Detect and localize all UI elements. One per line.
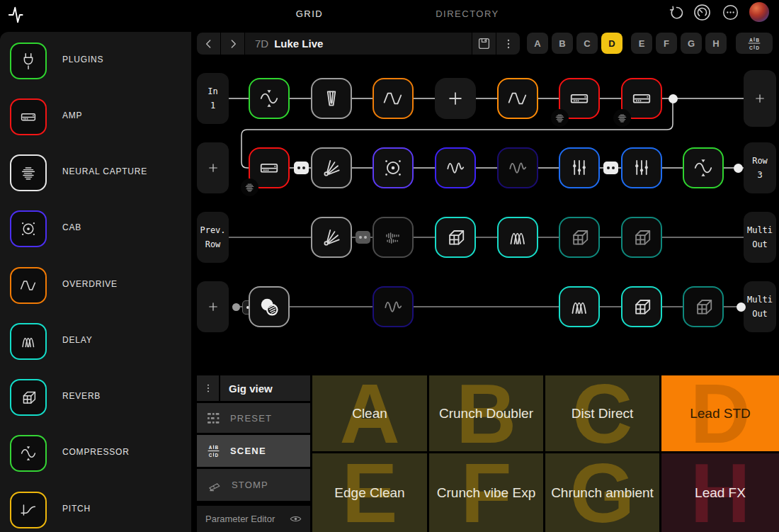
tab-grid[interactable]: GRID — [267, 9, 352, 19]
top-bar — [0, 0, 779, 32]
scene-name: Lead STD — [690, 404, 751, 423]
grid-block-overdrive[interactable] — [373, 78, 414, 119]
gig-menu-button[interactable] — [197, 375, 220, 401]
grid-block-volume-pedal[interactable] — [311, 78, 352, 119]
grid-block-delay[interactable] — [559, 286, 600, 327]
parameter-editor-label: Parameter Editor — [205, 514, 275, 524]
grid-block-empty-slot[interactable] — [435, 78, 476, 119]
grid-block-gate[interactable] — [311, 147, 352, 188]
grid-block-compressor[interactable] — [249, 78, 290, 119]
sidebar-item-amp[interactable]: AMP — [0, 98, 191, 144]
scene-tile-c[interactable]: CDist Direct — [545, 375, 659, 451]
grid-block-reverb[interactable] — [559, 217, 600, 258]
gig-mode-label: PRESET — [230, 413, 272, 424]
grid-block-overdrive[interactable] — [497, 78, 538, 119]
grid-block-eq[interactable] — [621, 147, 662, 188]
gig-mode-scene[interactable]: ABCDSCENE — [197, 435, 310, 467]
user-avatar[interactable] — [749, 2, 769, 22]
sidebar-item-label: OVERDRIVE — [62, 266, 118, 302]
grid-block-gate[interactable] — [311, 217, 352, 258]
scene-tile-d[interactable]: DLead STD — [661, 375, 779, 451]
knob-icon[interactable] — [692, 2, 712, 22]
scene-name: Crunch vibe Exp — [437, 484, 535, 502]
preset-slot-g[interactable]: G — [681, 33, 702, 54]
footswitch-badge[interactable] — [356, 231, 370, 244]
more-options-icon[interactable] — [721, 3, 740, 22]
parameter-editor-button[interactable]: Parameter Editor — [197, 506, 310, 532]
grid-block-amp[interactable] — [249, 147, 290, 188]
gig-mode-label: STOMP — [232, 480, 268, 490]
gig-mode-stomp[interactable]: STOMP — [197, 469, 310, 501]
grid-block-modulation[interactable] — [373, 286, 414, 327]
scene-tile-f[interactable]: FCrunch vibe Exp — [429, 453, 543, 532]
preset-slot-c[interactable]: C — [576, 33, 598, 54]
row-add-button[interactable] — [197, 142, 229, 193]
sidebar-item-overdrive[interactable]: OVERDRIVE — [0, 267, 191, 312]
save-preset-button[interactable] — [472, 33, 496, 55]
footswitch-badge[interactable] — [603, 162, 618, 174]
preset-menu-button[interactable] — [496, 33, 520, 55]
grid-block-eq[interactable] — [559, 147, 600, 188]
stomp-icon — [207, 478, 222, 492]
split-node — [669, 94, 678, 103]
scene-tile-b[interactable]: BCrunch Doubler — [429, 375, 543, 451]
svg-text:B: B — [215, 445, 219, 450]
preset-name-field[interactable]: 7D Luke Live — [245, 33, 472, 55]
preset-slot-b[interactable]: B — [552, 33, 573, 54]
scene-name: Lead FX — [695, 484, 746, 502]
preset-slot-e[interactable]: E — [631, 33, 652, 54]
scene-name: Crunch Doubler — [439, 404, 533, 423]
tab-directory[interactable]: DIRECTORY — [425, 9, 510, 19]
scene-tile-g[interactable]: GChrunch ambient — [545, 453, 659, 532]
preset-icon — [207, 412, 220, 424]
scene-tile-h[interactable]: HLead FX — [661, 453, 779, 532]
grid-block-compressor[interactable] — [683, 147, 724, 188]
app-logo-icon — [7, 4, 30, 28]
grid-block-reverb[interactable] — [435, 217, 476, 258]
grid-block-cab[interactable] — [373, 147, 414, 188]
neural-capture-badge — [551, 109, 569, 127]
preset-slot-d[interactable]: D — [601, 33, 622, 54]
sidebar-item-reverb[interactable]: REVERB — [0, 379, 191, 424]
scene-tile-e[interactable]: EEdge Clean — [312, 453, 427, 532]
amp-icon — [10, 98, 47, 135]
scene-tile-a[interactable]: AClean — [312, 375, 427, 451]
neural-capture-badge — [241, 179, 258, 196]
sidebar-item-label: COMPRESSOR — [62, 434, 130, 470]
prev-preset-button[interactable] — [197, 33, 220, 55]
sidebar-item-compressor[interactable]: COMPRESSOR — [0, 435, 191, 480]
grid-block-amp[interactable] — [621, 78, 662, 119]
plug-icon — [10, 43, 47, 79]
sidebar-item-cab[interactable]: CAB — [0, 210, 191, 256]
preset-slot-h[interactable]: H — [705, 33, 727, 54]
grid-block-modulation[interactable] — [497, 147, 538, 188]
grid-block-delay[interactable] — [497, 217, 538, 258]
scene-view-toggle-button[interactable]: A B C D — [736, 33, 773, 54]
compressor-icon — [10, 435, 47, 472]
sidebar-item-neural-capture[interactable]: NEURAL CAPTURE — [0, 154, 191, 200]
grid-block-reverb[interactable] — [683, 286, 724, 327]
split-node — [734, 164, 743, 173]
undo-icon[interactable] — [666, 2, 686, 22]
eye-icon — [290, 515, 302, 523]
grid-block-morph[interactable] — [249, 286, 290, 327]
sidebar-item-delay[interactable]: DELAY — [0, 323, 191, 368]
sidebar-item-plugins[interactable]: PLUGINS — [0, 43, 191, 88]
grid-block-amp[interactable] — [559, 78, 600, 119]
footswitch-badge[interactable] — [294, 162, 309, 174]
preset-slot-f[interactable]: F — [656, 33, 677, 54]
grid-block-reverb[interactable] — [621, 286, 662, 327]
grid-block-capture-block[interactable] — [373, 217, 414, 258]
svg-text:D: D — [215, 453, 219, 458]
row-add-button[interactable] — [197, 281, 229, 332]
row-end-label: MultiOut — [744, 281, 776, 332]
gig-mode-preset[interactable]: PRESET — [197, 403, 310, 433]
next-preset-button[interactable] — [221, 33, 244, 55]
preset-slot-a[interactable]: A — [527, 33, 548, 54]
row-output-add-button[interactable] — [744, 70, 776, 127]
sidebar-item-pitch[interactable]: PITCH — [0, 492, 191, 532]
neural-capture-badge — [613, 109, 631, 127]
grid-block-reverb[interactable] — [621, 217, 662, 258]
grid-block-modulation[interactable] — [435, 147, 476, 188]
svg-text:C: C — [749, 45, 753, 50]
